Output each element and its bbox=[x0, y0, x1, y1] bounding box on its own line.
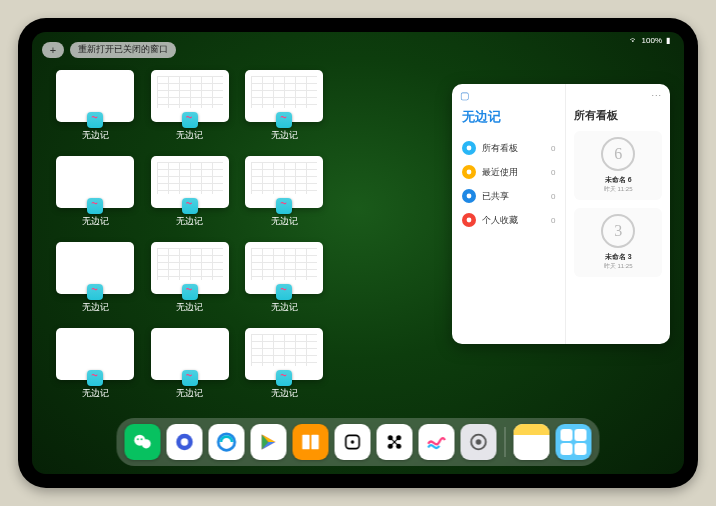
app-switcher-grid: 无边记无边记无边记无边记无边记无边记无边记无边记无边记无边记无边记无边记 bbox=[52, 70, 422, 400]
new-window-button[interactable]: + bbox=[42, 42, 64, 58]
window-label: 无边记 bbox=[271, 130, 298, 142]
app-window[interactable]: 无边记 bbox=[241, 328, 328, 400]
window-thumbnail[interactable] bbox=[245, 70, 323, 122]
more-icon[interactable]: ··· bbox=[651, 90, 662, 100]
screen: ᯤ 100% ▮ + 重新打开已关闭的窗口 无边记无边记无边记无边记无边记无边记… bbox=[32, 32, 684, 474]
app-window[interactable]: 无边记 bbox=[241, 156, 328, 228]
sidebar-item-icon bbox=[462, 213, 476, 227]
battery-label: 100% bbox=[642, 36, 662, 45]
app-window[interactable]: 无边记 bbox=[147, 70, 234, 142]
app-window[interactable]: 无边记 bbox=[52, 156, 139, 228]
window-thumbnail[interactable] bbox=[245, 156, 323, 208]
app-window[interactable]: 无边记 bbox=[147, 328, 234, 400]
dice-icon[interactable] bbox=[335, 424, 371, 460]
window-label: 无边记 bbox=[176, 388, 203, 400]
board-thumbnail: 6 bbox=[601, 137, 635, 171]
window-thumbnail[interactable] bbox=[245, 328, 323, 380]
window-thumbnail[interactable] bbox=[151, 156, 229, 208]
board-name: 未命名 6 bbox=[605, 175, 632, 185]
sidebar-item[interactable]: 已共享0 bbox=[462, 184, 555, 208]
window-label: 无边记 bbox=[82, 388, 109, 400]
sidebar-item[interactable]: 所有看板0 bbox=[462, 136, 555, 160]
app-library-icon[interactable] bbox=[556, 424, 592, 460]
ipad-device: ᯤ 100% ▮ + 重新打开已关闭的窗口 无边记无边记无边记无边记无边记无边记… bbox=[18, 18, 698, 488]
battery-icon: ▮ bbox=[666, 36, 670, 45]
panel-content: 所有看板 6未命名 6昨天 11:253未命名 3昨天 11:25 bbox=[565, 84, 670, 344]
sidebar-toggle-icon[interactable]: ▢ bbox=[460, 90, 469, 101]
window-label: 无边记 bbox=[271, 302, 298, 314]
freeform-app-icon bbox=[182, 112, 198, 128]
svg-point-14 bbox=[351, 440, 354, 443]
svg-rect-12 bbox=[311, 435, 318, 450]
window-thumbnail[interactable] bbox=[56, 328, 134, 380]
panel-right-title: 所有看板 bbox=[574, 108, 662, 123]
app-window[interactable]: 无边记 bbox=[241, 70, 328, 142]
window-thumbnail[interactable] bbox=[151, 328, 229, 380]
connect-icon[interactable] bbox=[377, 424, 413, 460]
window-thumbnail[interactable] bbox=[151, 70, 229, 122]
window-thumbnail[interactable] bbox=[151, 242, 229, 294]
freeform-app-icon bbox=[276, 112, 292, 128]
freeform-app-icon bbox=[182, 198, 198, 214]
freeform-app-icon bbox=[182, 284, 198, 300]
dock-separator bbox=[505, 427, 506, 457]
panel-sidebar: 无边记 所有看板0最近使用0已共享0个人收藏0 bbox=[452, 84, 565, 344]
quark-icon[interactable] bbox=[167, 424, 203, 460]
sidebar-item-icon bbox=[462, 189, 476, 203]
freeform-app-icon bbox=[87, 112, 103, 128]
board-card[interactable]: 6未命名 6昨天 11:25 bbox=[574, 131, 662, 200]
wifi-icon: ᯤ bbox=[630, 36, 638, 45]
window-thumbnail[interactable] bbox=[56, 156, 134, 208]
sidebar-item-icon bbox=[462, 141, 476, 155]
svg-point-1 bbox=[467, 170, 472, 175]
board-card[interactable]: 3未命名 3昨天 11:25 bbox=[574, 208, 662, 277]
sidebar-item-icon bbox=[462, 165, 476, 179]
notes-icon[interactable] bbox=[514, 424, 550, 460]
sidebar-item-label: 所有看板 bbox=[482, 142, 518, 155]
board-thumbnail: 3 bbox=[601, 214, 635, 248]
qqbrowser-icon[interactable] bbox=[209, 424, 245, 460]
board-date: 昨天 11:25 bbox=[604, 262, 633, 271]
svg-point-5 bbox=[142, 439, 151, 448]
sidebar-item-count: 0 bbox=[551, 144, 555, 153]
app-window[interactable]: 无边记 bbox=[52, 328, 139, 400]
sidebar-item-count: 0 bbox=[551, 216, 555, 225]
window-label: 无边记 bbox=[271, 216, 298, 228]
board-name: 未命名 3 bbox=[605, 252, 632, 262]
window-label: 无边记 bbox=[271, 388, 298, 400]
freeform-panel[interactable]: ▢ ··· 无边记 所有看板0最近使用0已共享0个人收藏0 所有看板 6未命名 … bbox=[452, 84, 670, 344]
svg-rect-11 bbox=[302, 435, 309, 450]
app-window[interactable]: 无边记 bbox=[241, 242, 328, 314]
sidebar-item[interactable]: 个人收藏0 bbox=[462, 208, 555, 232]
wechat-icon[interactable] bbox=[125, 424, 161, 460]
app-window[interactable]: 无边记 bbox=[147, 242, 234, 314]
topbar: + 重新打开已关闭的窗口 bbox=[42, 42, 176, 58]
window-thumbnail[interactable] bbox=[56, 70, 134, 122]
freeform-app-icon bbox=[276, 370, 292, 386]
freeform-icon[interactable] bbox=[419, 424, 455, 460]
window-label: 无边记 bbox=[82, 302, 109, 314]
panel-title: 无边记 bbox=[462, 108, 555, 126]
window-label: 无边记 bbox=[176, 302, 203, 314]
board-date: 昨天 11:25 bbox=[604, 185, 633, 194]
play-icon[interactable] bbox=[251, 424, 287, 460]
svg-point-2 bbox=[467, 194, 472, 199]
svg-point-0 bbox=[467, 146, 472, 151]
app-window[interactable]: 无边记 bbox=[52, 242, 139, 314]
svg-point-9 bbox=[181, 438, 188, 445]
svg-point-20 bbox=[476, 439, 482, 445]
reopen-closed-window-button[interactable]: 重新打开已关闭的窗口 bbox=[70, 42, 176, 58]
app-window[interactable]: 无边记 bbox=[147, 156, 234, 228]
app-window[interactable]: 无边记 bbox=[52, 70, 139, 142]
window-thumbnail[interactable] bbox=[56, 242, 134, 294]
sidebar-item-count: 0 bbox=[551, 192, 555, 201]
settings-icon[interactable] bbox=[461, 424, 497, 460]
window-thumbnail[interactable] bbox=[245, 242, 323, 294]
books-icon[interactable] bbox=[293, 424, 329, 460]
sidebar-item-label: 个人收藏 bbox=[482, 214, 518, 227]
freeform-app-icon bbox=[87, 370, 103, 386]
freeform-app-icon bbox=[182, 370, 198, 386]
sidebar-item[interactable]: 最近使用0 bbox=[462, 160, 555, 184]
sidebar-item-label: 最近使用 bbox=[482, 166, 518, 179]
sidebar-item-label: 已共享 bbox=[482, 190, 509, 203]
